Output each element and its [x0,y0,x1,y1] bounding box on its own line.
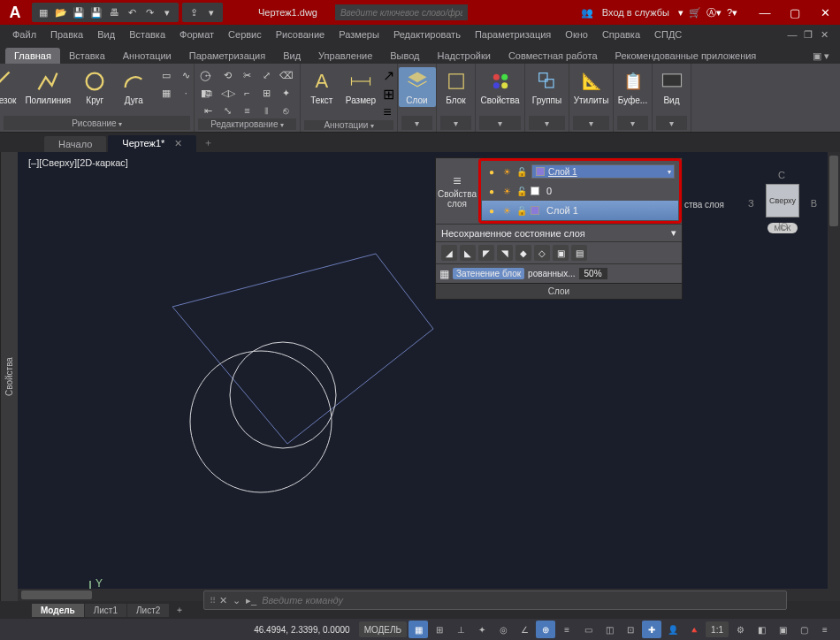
status-trans-icon[interactable]: ▭ [578,621,598,638]
viewcube-e[interactable]: В [811,198,817,209]
panel-layers-expand[interactable]: ▾ [401,116,432,130]
menu-param[interactable]: Параметризация [468,27,558,42]
arc-button[interactable]: Дуга [115,67,152,107]
rotate-icon[interactable]: ⟲ [219,67,237,83]
layer-current-row[interactable]: ● ☀ 🔓 Слой 1 [482,162,678,181]
polyline-button[interactable]: Полилиния [21,67,74,107]
scrollbar-vertical[interactable] [828,152,840,601]
shade-percent[interactable]: 50% [579,268,607,279]
side-panel-properties[interactable]: Свойства [0,152,18,601]
status-scale[interactable]: 1:1 [706,621,729,637]
extend-icon[interactable]: ⤢ [258,67,276,83]
viewcube-face[interactable]: Сверху [766,184,799,217]
panel-clip-expand[interactable]: ▾ [617,116,648,130]
align-icon[interactable]: ⫴ [258,103,276,118]
tab-home[interactable]: Главная [5,48,60,64]
layer-tool-6-icon[interactable]: ◇ [534,245,550,261]
qat-open-icon[interactable]: 📂 [53,4,69,20]
panel-view-expand[interactable]: ▾ [656,116,687,130]
layer0-on-icon[interactable]: ● [485,185,498,197]
tab-featured[interactable]: Рекомендованные приложения [607,48,766,64]
shade-button[interactable]: Затенение блок [453,268,524,279]
menu-draw[interactable]: Рисование [269,27,332,42]
panel-utils-expand[interactable]: ▾ [573,116,609,130]
status-monitor-icon[interactable]: ▣ [773,621,792,638]
user-icon[interactable]: 👥 [581,7,593,19]
tab-collab[interactable]: Совместная работа [500,48,607,64]
ribbon-pin-icon[interactable]: ▣ ▾ [807,49,835,64]
qat-saveas-icon[interactable]: 💾 [88,4,104,20]
cmd-handle-icon[interactable]: ⠿ [210,596,214,606]
panel-groups-expand[interactable]: ▾ [529,116,565,130]
new-tab-button[interactable]: ＋ [198,133,218,152]
erase-icon[interactable]: ⌫ [278,67,295,83]
layer-row-0[interactable]: ● ☀ 🔓 0 [482,181,678,201]
groups-button[interactable]: Группы [529,67,566,107]
view-cube[interactable]: С З В Сверху Ю МСК [752,170,813,258]
layer-properties-button[interactable]: ≡ Свойства слоя [436,158,478,224]
mdi-close-icon[interactable]: ✕ [817,29,831,41]
layer-state-dd-icon[interactable]: ▾ [671,227,676,239]
viewcube-n[interactable]: С [778,170,785,180]
status-snap-icon[interactable]: ⊞ [430,621,449,638]
table-icon[interactable]: ⊞ [383,86,394,103]
qat-plot-icon[interactable]: 🖶 [106,4,122,20]
layers-button[interactable]: Слои [399,67,436,107]
layout-add-button[interactable]: ＋ [170,602,189,618]
menu-format[interactable]: Формат [172,27,221,42]
layer-on-icon[interactable]: ● [485,165,498,178]
layout-sheet2[interactable]: Лист2 [127,604,169,617]
tab-insert[interactable]: Вставка [60,48,114,64]
stretch-icon[interactable]: ⇤ [200,103,218,118]
layer-tool-4-icon[interactable]: ◥ [497,245,513,261]
mirror-icon[interactable]: ◁▷ [219,85,237,101]
drawing-canvas[interactable]: [–][Сверху][2D-каркас] Y X С З В Сверху … [18,152,840,601]
point-icon[interactable]: ∙ [177,85,195,101]
viewcube-s[interactable]: Ю [778,221,788,232]
qat-share-dd-icon[interactable]: ▾ [203,4,219,20]
menu-dim[interactable]: Размеры [332,27,386,42]
status-iso-icon[interactable]: ✚ [642,621,661,638]
status-ortho-icon[interactable]: ⊥ [451,621,470,638]
panel-props-expand[interactable]: ▾ [479,116,521,130]
status-polar-icon[interactable]: ✦ [472,621,492,638]
layer-freeze-icon[interactable]: ☀ [500,165,513,178]
status-qp-icon[interactable]: ◫ [599,621,619,638]
layer0-lock-icon[interactable]: 🔓 [515,185,528,197]
menu-tools[interactable]: Сервис [221,27,269,42]
panel-annot-title[interactable]: Аннотации [304,120,393,130]
layer1-freeze-icon[interactable]: ☀ [500,204,513,217]
menu-modify[interactable]: Редактировать [386,27,468,42]
array-icon[interactable]: ⊞ [258,85,276,101]
search-input[interactable] [335,4,468,20]
qat-new-icon[interactable]: ▦ [35,4,51,20]
offset-icon[interactable]: ≡ [239,103,256,118]
layer-tool-2-icon[interactable]: ◣ [460,245,476,261]
minimize-button[interactable]: — [750,0,780,25]
fillet-icon[interactable]: ⌐ [239,85,256,101]
layout-model[interactable]: Модель [32,604,84,617]
block-button[interactable]: Блок [438,67,475,107]
status-annscale-icon[interactable]: 🔺 [684,621,704,638]
app-logo[interactable]: A [0,0,30,25]
panel-modify-title[interactable]: Редактирование [198,118,296,130]
status-gear-icon[interactable]: ⚙ [730,621,750,638]
explode-icon[interactable]: ✦ [278,85,295,101]
rect-icon[interactable]: ▭ [157,67,175,83]
signin-dd-icon[interactable]: ▾ [678,7,683,19]
spline-icon[interactable]: ∿ [177,67,195,83]
tab-start[interactable]: Начало [44,136,106,152]
properties-button[interactable]: Свойства [477,67,523,107]
layer-tool-3-icon[interactable]: ◤ [478,245,494,261]
status-sc-icon[interactable]: ⊡ [621,621,640,638]
line-button[interactable]: Отрезок [0,67,19,107]
layer-tool-5-icon[interactable]: ◆ [515,245,531,261]
status-clean-icon[interactable]: ▢ [794,621,813,638]
trim-icon[interactable]: ✂ [239,67,256,83]
menu-insert[interactable]: Вставка [122,27,172,42]
qat-undo-icon[interactable]: ↶ [124,4,140,20]
tab-drawing1[interactable]: Чертеж1* ✕ [108,135,196,152]
utilities-button[interactable]: 📐Утилиты [570,67,613,107]
mdi-minimize-icon[interactable]: — [785,29,799,41]
current-layer-combo[interactable]: Слой 1 [531,164,675,179]
